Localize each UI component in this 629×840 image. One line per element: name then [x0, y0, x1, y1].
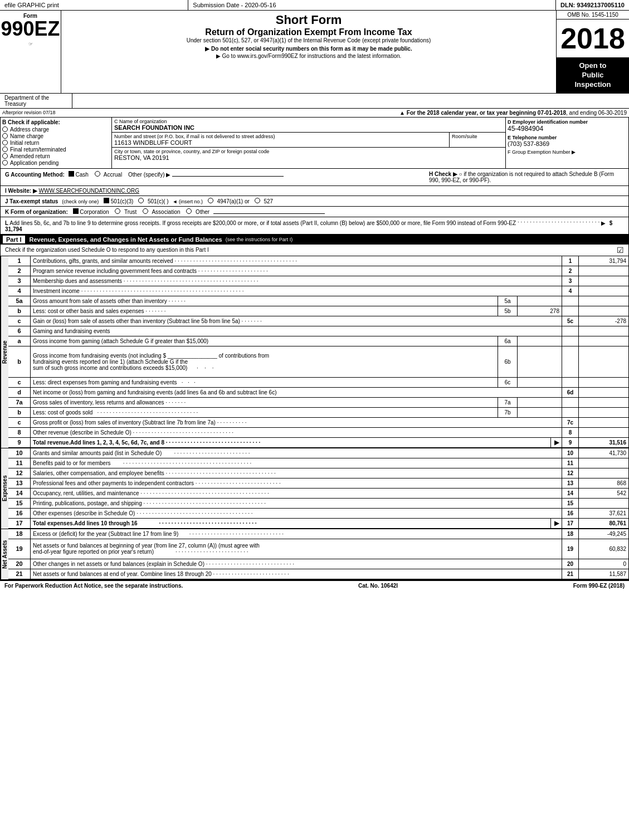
row-amount-4 — [578, 286, 628, 296]
row-linenum-14: 14 — [562, 489, 578, 498]
4947-circle[interactable] — [208, 198, 213, 203]
accounting-section: G Accounting Method: ✓ Cash Accrual Othe… — [1, 169, 628, 186]
table-row: c Gross profit or (loss) from sales of i… — [8, 418, 628, 428]
row-num-8: 8 — [8, 428, 31, 437]
row-lineref-6b: 6b — [498, 346, 517, 377]
tax-exempt-527[interactable]: 527 — [255, 198, 273, 204]
cash-check[interactable]: ✓ Cash — [69, 172, 90, 178]
row-amount-11 — [578, 458, 628, 468]
check-applicable-col: B Check if applicable: Address charge Na… — [1, 118, 112, 168]
check-row-initial[interactable]: Initial return — [2, 140, 110, 146]
501c3-checkbox[interactable]: ☑ — [104, 198, 109, 203]
tax-exempt-501c3[interactable]: ☑ 501(c)(3) — [104, 198, 135, 204]
row-num-6c: c — [8, 378, 31, 387]
org-name-value: SEARCH FOUNDATION INC — [114, 124, 503, 131]
table-row: 20 Other changes in net assets or fund b… — [8, 559, 628, 569]
street-address-value: 11613 WINDBLUFF COURT — [114, 139, 447, 146]
row-desc-6d: Net income or (loss) from gaming and fun… — [31, 388, 562, 397]
table-row: 10 Grants and similar amounts paid (list… — [8, 448, 628, 458]
other-org-line[interactable] — [213, 213, 325, 214]
row-linenum-7b — [562, 408, 578, 417]
irs-symbol: ☞ — [28, 41, 33, 47]
other-specify-line[interactable] — [172, 176, 284, 177]
row-num-15: 15 — [8, 499, 31, 508]
table-row: b Gross income from fundraising events (… — [8, 346, 628, 378]
accounting-right: H Check ▶ ○ if the organization is not r… — [429, 171, 624, 183]
name-charge-circle[interactable] — [2, 133, 8, 139]
part-i-title: Revenue, Expenses, and Changes in Net As… — [30, 236, 222, 243]
go-to-text: ▶ Go to www.irs.gov/Form990EZ for instru… — [66, 53, 552, 59]
net-assets-section: Net Assets 18 Excess or (deficit) for th… — [1, 529, 628, 580]
check-row-final[interactable]: Final return/terminated — [2, 146, 110, 153]
row-amount-5a — [578, 296, 628, 306]
row-linenum-7c: 7c — [562, 418, 578, 427]
table-row: 15 Printing, publications, postage, and … — [8, 499, 628, 509]
accrual-circle[interactable] — [95, 171, 100, 177]
row-num-5b: b — [8, 306, 31, 316]
check-row-name[interactable]: Name charge — [2, 133, 110, 139]
tax-year: 2018 — [557, 19, 629, 58]
row-desc-7b: Less: cost of goods sold · · · · · · · ·… — [31, 408, 498, 417]
tax-exempt-row: J Tax-exempt status (check only one) ☑ 5… — [1, 196, 628, 207]
final-return-circle[interactable] — [2, 146, 8, 152]
row-num-7c: c — [8, 418, 31, 427]
under-section-text: Under section 501(c), 527, or 4947(a)(1)… — [66, 37, 552, 43]
row-num-5a: 5a — [8, 296, 31, 306]
row-desc-1: Contributions, gifts, grants, and simila… — [31, 256, 562, 266]
row-desc-18: Excess or (deficit) for the year (Subtra… — [31, 529, 562, 539]
row-num-7b: b — [8, 408, 31, 417]
corporation-checkbox[interactable]: ☑ — [73, 208, 79, 214]
row-linenum-6c — [562, 378, 578, 387]
row-linenum-6a — [562, 336, 578, 346]
row-desc-14: Occupancy, rent, utilities, and maintena… — [31, 489, 562, 498]
association-circle[interactable] — [143, 208, 148, 214]
form-org-assoc[interactable]: Association — [143, 209, 182, 215]
row-linenum-6 — [562, 326, 578, 336]
form-org-label: K Form of organization: — [5, 209, 68, 215]
527-circle[interactable] — [255, 198, 260, 203]
tax-exempt-4947[interactable]: 4947(a)(1) or — [208, 198, 251, 204]
501c-circle[interactable] — [138, 198, 144, 203]
amended-return-circle[interactable] — [2, 153, 8, 159]
form-org-corp[interactable]: ☑ Corporation — [73, 209, 111, 215]
row-value-5b: 278 — [517, 306, 562, 316]
accrual-option[interactable]: Accrual — [95, 172, 124, 178]
table-row: 12 Salaries, other compensation, and emp… — [8, 468, 628, 478]
tax-exempt-501c[interactable]: 501(c)( ) — [138, 198, 170, 204]
check-row-application[interactable]: Application pending — [2, 160, 110, 166]
l-line: L Add lines 5b, 6c, and 7b to line 9 to … — [1, 217, 628, 235]
row-value-6c — [517, 378, 562, 387]
row-amount-6c — [578, 378, 628, 387]
address-charge-circle[interactable] — [2, 126, 8, 132]
table-row: 1 Contributions, gifts, grants, and simi… — [8, 256, 628, 266]
table-row: 18 Excess or (deficit) for the year (Sub… — [8, 529, 628, 539]
room-suite-cell: Room/suite — [450, 133, 505, 147]
form-org-other[interactable]: Other — [186, 209, 211, 215]
row-amount-5b — [578, 306, 628, 316]
other-org-circle[interactable] — [186, 208, 192, 214]
dept-treasury-label: Department of the Treasury — [0, 94, 72, 108]
accounting-left: G Accounting Method: ✓ Cash Accrual Othe… — [5, 171, 429, 178]
table-row: 3 Membership dues and assessments · · · … — [8, 276, 628, 286]
short-form-title: Short Form — [66, 13, 552, 27]
revenue-section: Revenue 1 Contributions, gifts, grants, … — [1, 256, 628, 448]
l-arrow: ▶ — [601, 220, 606, 226]
initial-return-circle[interactable] — [2, 140, 8, 145]
row-desc-16: Other expenses (describe in Schedule O) … — [31, 509, 562, 518]
form-org-trust[interactable]: Trust — [115, 209, 138, 215]
cash-checkbox[interactable]: ✓ — [69, 171, 74, 177]
row-linenum-17: 17 — [562, 519, 578, 528]
city-value: RESTON, VA 20191 — [114, 154, 503, 161]
check-row-amended[interactable]: Amended return — [2, 153, 110, 159]
row-num-5c: c — [8, 316, 31, 326]
row-desc-7a: Gross sales of inventory, less returns a… — [31, 398, 498, 407]
check-row-address[interactable]: Address charge — [2, 126, 110, 133]
row-desc-7c: Gross profit or (loss) from sales of inv… — [31, 418, 562, 427]
schedule-o-checkmark[interactable]: ☑ — [617, 246, 624, 255]
application-pending-circle[interactable] — [2, 160, 8, 165]
after-prior-label: Afterprior revision 07/18 — [2, 110, 56, 116]
row-amount-9: 31,516 — [578, 438, 628, 447]
ein-col: D Employer identification number 45-4984… — [506, 118, 628, 168]
trust-circle[interactable] — [115, 208, 120, 214]
row-num-9: 9 — [8, 438, 31, 447]
